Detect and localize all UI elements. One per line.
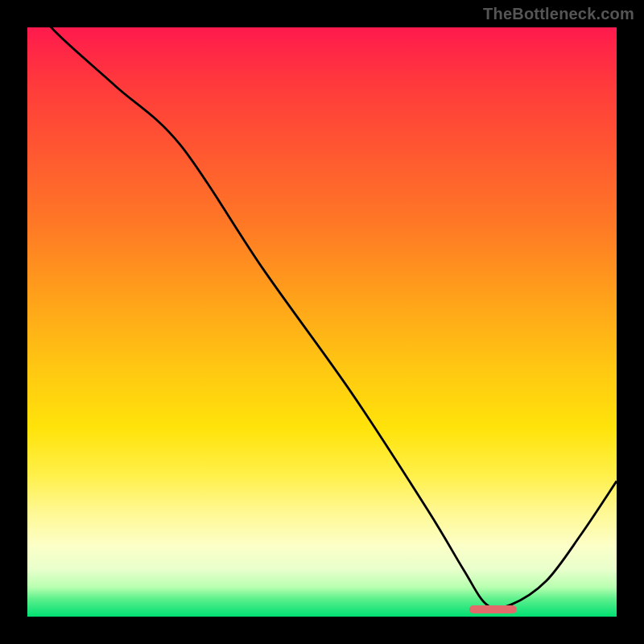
chart-plot-area: [26, 26, 618, 618]
bottleneck-curve: [27, 27, 617, 609]
attribution-label: TheBottleneck.com: [483, 5, 634, 23]
curve-svg: [27, 27, 617, 617]
chart-frame: TheBottleneck.com: [0, 0, 644, 644]
optimal-range-marker: [469, 605, 517, 613]
